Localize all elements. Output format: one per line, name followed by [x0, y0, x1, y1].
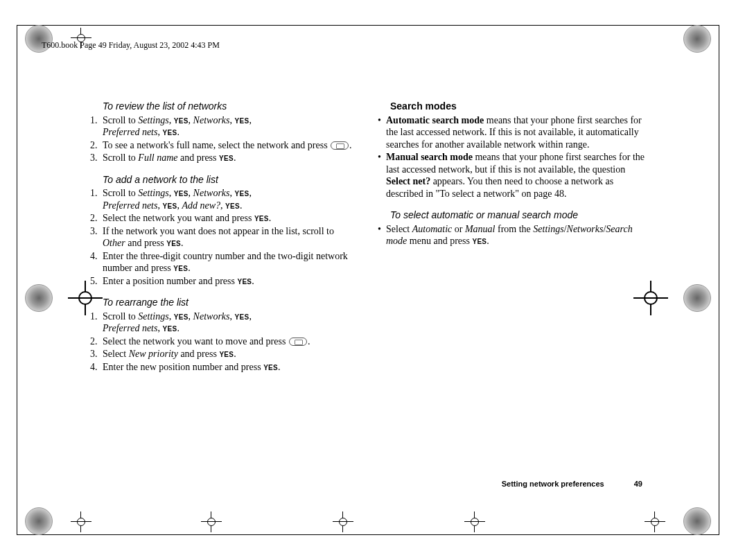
section-heading: To select automatic or manual search mod… [390, 209, 645, 222]
step: Select New priority and press YES. [103, 348, 357, 360]
section-heading: Search modes [390, 100, 645, 113]
registration-mark-icon [683, 284, 711, 312]
select-mode-list: • Select Automatic or Manual from the Se… [378, 223, 645, 247]
step: Scroll to Settings, YES, Networks, YES, … [103, 310, 357, 335]
crosshair-small-icon [645, 511, 665, 532]
section-heading: To rearrange the list [103, 297, 357, 309]
options-button-icon [331, 141, 349, 150]
bullet-item: Automatic search mode means that your ph… [386, 114, 645, 151]
bullet-item: Select Automatic or Manual from the Sett… [386, 223, 645, 247]
left-column: To review the list of networks 1. Scroll… [90, 100, 357, 383]
step: Scroll to Settings, YES, Networks, YES, … [103, 187, 357, 211]
bullet-item: Manual search mode means that your phone… [386, 151, 645, 200]
search-modes-list: • Automatic search mode means that your … [378, 114, 645, 200]
step: If the network you want does not appear … [103, 225, 357, 250]
step: To see a network's full name, select the… [103, 139, 357, 152]
rearrange-list: 1. Scroll to Settings, YES, Networks, YE… [90, 310, 357, 374]
registration-mark-icon [683, 507, 711, 535]
options-button-icon [289, 338, 307, 346]
registration-mark-icon [25, 507, 53, 535]
page-content: To review the list of networks 1. Scroll… [90, 100, 645, 383]
registration-mark-icon [25, 284, 53, 312]
step: Scroll to Settings, YES, Networks, YES, … [103, 114, 357, 139]
crosshair-small-icon [333, 511, 353, 532]
registration-mark-icon [683, 25, 711, 53]
add-list: 1. Scroll to Settings, YES, Networks, YE… [90, 187, 357, 287]
step: Scroll to Full name and press YES. [103, 152, 357, 164]
page-footer: Setting network preferences 49 [502, 480, 642, 488]
step: Enter the new position number and press … [103, 361, 357, 374]
crosshair-small-icon [201, 511, 222, 532]
step: Select the network you want to move and … [103, 335, 357, 348]
step: Enter the three-digit country number and… [103, 250, 357, 274]
step: Select the network you want and press YE… [103, 212, 357, 225]
review-list: 1. Scroll to Settings, YES, Networks, YE… [90, 114, 357, 164]
page-number: 49 [634, 480, 642, 488]
crosshair-small-icon [464, 511, 485, 532]
step: Enter a position number and press YES. [103, 275, 357, 288]
footer-section: Setting network preferences [502, 480, 604, 488]
right-column: Search modes • Automatic search mode mea… [378, 100, 645, 383]
page-header: T600.book Page 49 Friday, August 23, 200… [42, 40, 220, 51]
section-heading: To add a network to the list [103, 174, 357, 186]
section-heading: To review the list of networks [103, 100, 357, 113]
crosshair-small-icon [71, 511, 91, 532]
